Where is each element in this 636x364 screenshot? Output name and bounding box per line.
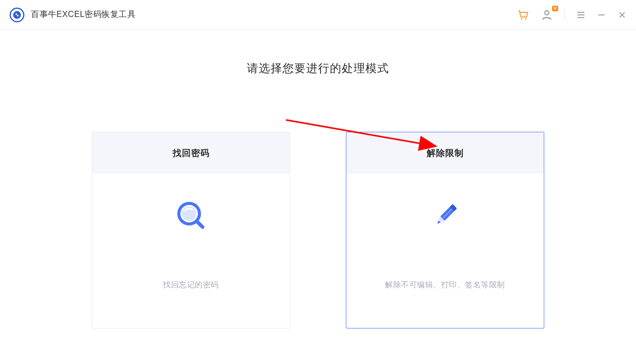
card-title: 解除限制 <box>346 132 544 174</box>
pencil-icon <box>427 198 463 234</box>
app-title: 百事牛EXCEL密码恢复工具 <box>31 9 136 20</box>
card-body: 解除不可编辑、打印、签名等限制 <box>346 174 544 328</box>
magnifier-icon <box>173 198 209 234</box>
titlebar-divider <box>564 10 565 20</box>
svg-point-6 <box>545 11 549 15</box>
card-remove-restriction[interactable]: 解除限制 解除不可编辑、打印、签名等限制 <box>346 132 544 328</box>
card-body: 找回忘记的密码 <box>92 174 290 328</box>
close-button[interactable] <box>617 10 627 20</box>
menu-icon[interactable] <box>576 10 585 20</box>
svg-rect-3 <box>17 15 19 16</box>
svg-point-5 <box>525 18 527 20</box>
svg-line-15 <box>197 222 203 227</box>
card-desc: 解除不可编辑、打印、签名等限制 <box>385 280 505 290</box>
card-recover-password[interactable]: 找回密码 找回忘记的密码 <box>92 132 290 328</box>
titlebar: 百事牛EXCEL密码恢复工具 V <box>0 0 636 30</box>
titlebar-left: 百事牛EXCEL密码恢复工具 <box>9 7 136 23</box>
titlebar-right: V <box>517 9 627 21</box>
minimize-button[interactable] <box>597 10 606 20</box>
main-content: 请选择您要进行的处理模式 找回密码 找回忘记的密码 解除限制 <box>0 30 636 328</box>
mode-cards: 找回密码 找回忘记的密码 解除限制 <box>92 132 544 328</box>
page-heading: 请选择您要进行的处理模式 <box>247 61 389 76</box>
account-icon[interactable]: V <box>541 9 553 21</box>
cart-icon[interactable] <box>517 9 529 21</box>
vip-badge: V <box>552 6 558 11</box>
card-desc: 找回忘记的密码 <box>163 280 219 290</box>
svg-rect-2 <box>15 13 17 15</box>
app-logo <box>9 7 25 23</box>
svg-point-4 <box>521 18 523 20</box>
card-title: 找回密码 <box>92 132 290 174</box>
